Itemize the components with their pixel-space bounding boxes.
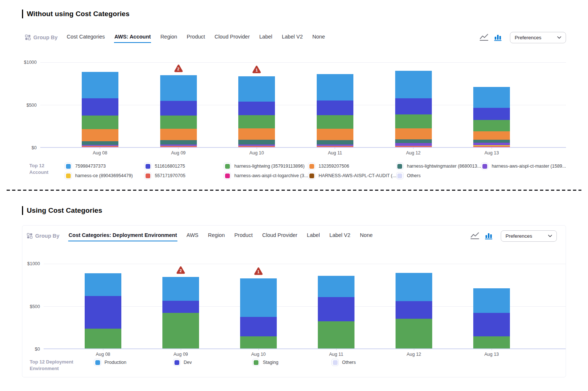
stacked-bar[interactable] xyxy=(82,72,118,147)
anomaly-badge[interactable]: 2 xyxy=(176,266,185,274)
bar-segment[interactable] xyxy=(473,108,510,120)
bar-segment[interactable] xyxy=(82,141,118,145)
anomaly-badge[interactable]: 1 xyxy=(254,267,263,275)
bar-segment[interactable] xyxy=(473,131,510,140)
bar-segment[interactable] xyxy=(318,276,354,297)
bar-segment[interactable] xyxy=(318,297,354,321)
bar-segment[interactable] xyxy=(240,336,277,348)
stacked-bar[interactable] xyxy=(473,87,510,147)
legend-item-511616801275[interactable]: 511616801275 xyxy=(144,162,224,170)
bar-segment[interactable] xyxy=(240,278,277,317)
bar-segment[interactable] xyxy=(82,98,118,116)
preferences-button[interactable]: Preferences xyxy=(510,32,566,43)
bar-chart-toggle[interactable] xyxy=(494,34,501,41)
legend-item-759984737373[interactable]: 759984737373 xyxy=(65,162,144,170)
bar-segment[interactable] xyxy=(82,116,118,129)
stacked-bar[interactable] xyxy=(85,273,121,348)
bar-segment[interactable] xyxy=(473,288,510,313)
legend-item-harness-lightwingmaster-8680013[interactable]: harness-lightwingmaster (8680013... xyxy=(396,162,481,170)
bar-segment[interactable] xyxy=(162,313,199,348)
bar-segment[interactable] xyxy=(473,143,510,145)
preferences-button[interactable]: Preferences xyxy=(501,230,557,242)
bar-segment[interactable] xyxy=(160,129,197,140)
legend-item-557171970705[interactable]: 557171970705 xyxy=(144,172,224,179)
tab-cost-categories-deployment-environment[interactable]: Cost Categories: Deployment Environment xyxy=(68,230,177,241)
legend-item-others[interactable]: Others xyxy=(331,359,411,366)
legend-item-staging[interactable]: Staging xyxy=(252,359,331,366)
legend-item-harness-ce-890436954479[interactable]: harness-ce (890436954479) xyxy=(65,172,144,179)
bar-segment[interactable] xyxy=(160,140,197,145)
legend-item-dev[interactable]: Dev xyxy=(173,359,252,366)
tab-none[interactable]: None xyxy=(360,230,373,241)
bar-chart-toggle[interactable] xyxy=(485,232,492,240)
bar-segment[interactable] xyxy=(396,301,432,318)
bar-segment[interactable] xyxy=(85,296,121,328)
bar-segment[interactable] xyxy=(318,321,354,348)
anomaly-badge[interactable]: 2 xyxy=(174,64,183,73)
bar-segment[interactable] xyxy=(317,101,353,115)
tab-cost-categories[interactable]: Cost Categories xyxy=(66,32,105,43)
tab-label[interactable]: Label xyxy=(259,32,272,43)
legend-item-harness-aws-aispl-ct-audit[interactable]: HARNESS-AWS-AISPL-CT-AUDIT (... xyxy=(308,172,396,179)
bar-segment[interactable] xyxy=(395,114,432,128)
bar-segment[interactable] xyxy=(473,87,510,108)
stacked-bar[interactable] xyxy=(162,277,199,348)
tab-region[interactable]: Region xyxy=(160,32,177,43)
bar-segment[interactable] xyxy=(162,301,199,313)
tab-label[interactable]: Label xyxy=(306,230,320,241)
bar-segment[interactable] xyxy=(82,72,118,98)
stacked-bar[interactable] xyxy=(473,288,510,348)
stacked-bar[interactable] xyxy=(238,76,275,147)
tab-region[interactable]: Region xyxy=(207,230,225,241)
stacked-bar[interactable] xyxy=(395,71,432,147)
anomaly-badge[interactable]: 1 xyxy=(252,65,261,74)
bar-segment[interactable] xyxy=(396,273,432,301)
tab-aws[interactable]: AWS xyxy=(186,230,199,241)
bar-segment[interactable] xyxy=(317,74,353,101)
bar-segment[interactable] xyxy=(396,319,432,348)
bar-segment[interactable] xyxy=(238,140,275,145)
bar-segment[interactable] xyxy=(395,128,432,139)
legend-item-others[interactable]: Others xyxy=(396,172,481,179)
tab-label-v2[interactable]: Label V2 xyxy=(282,32,303,43)
legend-item-harness-aws-aispl-ct-logarchive-3[interactable]: harness-aws-aispl-ct-logarchive (3... xyxy=(224,172,308,179)
bar-segment[interactable] xyxy=(317,129,353,140)
stacked-bar[interactable] xyxy=(160,75,197,147)
legend-item-harness-lightwing-357919113896[interactable]: harness-lightwing (357919113896) xyxy=(224,162,308,170)
bar-segment[interactable] xyxy=(395,143,432,146)
line-chart-toggle[interactable] xyxy=(479,34,489,41)
stacked-bar[interactable] xyxy=(240,278,277,349)
line-chart-toggle[interactable] xyxy=(470,232,479,240)
legend-item-production[interactable]: Production xyxy=(94,359,173,366)
tab-label-v2[interactable]: Label V2 xyxy=(329,230,351,241)
bar-segment[interactable] xyxy=(473,120,510,131)
legend-item-harness-aws-aispl-ct-master-1589[interactable]: harness-aws-aispl-ct-master (1589... xyxy=(481,162,566,170)
bar-segment[interactable] xyxy=(473,140,510,143)
bar-segment[interactable] xyxy=(238,128,275,139)
bar-segment[interactable] xyxy=(238,76,275,102)
tab-product[interactable]: Product xyxy=(186,32,205,43)
bar-segment[interactable] xyxy=(395,71,432,98)
tab-aws-account[interactable]: AWS: Account xyxy=(114,32,151,43)
bar-segment[interactable] xyxy=(85,273,121,296)
stacked-bar[interactable] xyxy=(396,273,432,348)
tab-cloud-provider[interactable]: Cloud Provider xyxy=(214,32,250,43)
bar-segment[interactable] xyxy=(317,115,353,129)
bar-segment[interactable] xyxy=(473,336,510,348)
bar-segment[interactable] xyxy=(240,317,277,336)
bar-segment[interactable] xyxy=(317,140,353,145)
tab-product[interactable]: Product xyxy=(234,230,253,241)
stacked-bar[interactable] xyxy=(318,276,354,348)
bar-segment[interactable] xyxy=(238,115,275,128)
bar-segment[interactable] xyxy=(85,329,121,348)
bar-segment[interactable] xyxy=(395,139,432,143)
bar-segment[interactable] xyxy=(160,116,197,129)
bar-segment[interactable] xyxy=(395,98,432,114)
bar-segment[interactable] xyxy=(160,75,197,101)
tab-none[interactable]: None xyxy=(312,32,326,43)
bar-segment[interactable] xyxy=(160,101,197,116)
bar-segment[interactable] xyxy=(238,102,275,115)
legend-item-132359207506[interactable]: 132359207506 xyxy=(308,162,396,170)
bar-segment[interactable] xyxy=(82,129,118,141)
tab-cloud-provider[interactable]: Cloud Provider xyxy=(262,230,298,241)
